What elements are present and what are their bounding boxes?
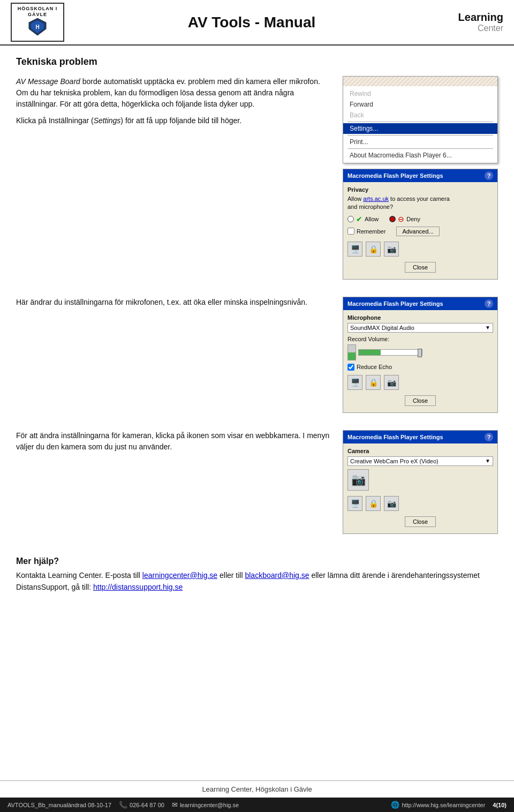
privacy-tab-label: Privacy (347, 186, 493, 193)
flash-privacy-body: Privacy Allow arts.ac.uk to access your … (343, 182, 497, 279)
menu-separator-2 (347, 135, 493, 136)
flash-mic-title: Macromedia Flash Player Settings (347, 300, 443, 307)
context-menu-screenshot: Rewind Forward Back Settings... Print...… (343, 76, 498, 163)
mic-help-icon[interactable]: ? (485, 299, 493, 308)
footer-email-item: ✉ learningcenter@hig.se (172, 801, 239, 809)
help-text-1: Kontakta Learning Center. E-posta till (16, 571, 142, 580)
flash-camera-box: Macromedia Flash Player Settings ? Camer… (343, 430, 498, 534)
context-menu-decor (343, 77, 497, 86)
mic-dropdown-value: SoundMAX Digital Audio (350, 325, 414, 331)
cam-icon-2[interactable]: 🔒 (366, 496, 381, 511)
deny-label: Deny (406, 216, 420, 222)
phone-icon: 📞 (119, 801, 127, 809)
footer-phone-item: 📞 026-64 87 00 (119, 801, 164, 809)
privacy-icon-2[interactable]: 🔒 (366, 242, 381, 257)
privacy-close-button[interactable]: Close (405, 262, 436, 273)
help-link-3[interactable]: http://distanssupport.hig.se (93, 583, 183, 591)
context-menu-items: Rewind Forward Back Settings... Print...… (343, 86, 497, 163)
screenshot-col-3: Macromedia Flash Player Settings ? Camer… (343, 430, 498, 540)
third-block: För att ändra inställningarna för kamera… (16, 430, 498, 540)
help-link-2[interactable]: blackboard@hig.se (245, 571, 309, 580)
first-block: AV Message Board borde automatiskt upptä… (16, 76, 498, 286)
menu-item-settings[interactable]: Settings... (343, 123, 497, 134)
volume-bar-track[interactable] (358, 349, 422, 356)
flash-cam-body: Camera Creative WebCam Pro eX (Video) ▼ … (343, 443, 497, 533)
footer-phone: 026-64 87 00 (130, 802, 164, 808)
cam-dropdown-arrow-icon: ▼ (485, 458, 490, 464)
cam-section-label: Camera (347, 448, 493, 454)
flash-privacy-header: Macromedia Flash Player Settings ? (343, 169, 497, 182)
email-icon: ✉ (172, 801, 178, 809)
privacy-icon-3[interactable]: 📷 (384, 242, 399, 257)
mic-icon-3[interactable]: 📷 (384, 375, 399, 390)
deny-option[interactable]: ⊖ Deny (389, 215, 420, 223)
help-section: Mer hjälp? Kontakta Learning Center. E-p… (16, 551, 498, 593)
menu-item-forward: Forward (343, 99, 497, 110)
help-link-1[interactable]: learningcenter@hig.se (142, 571, 217, 580)
flash-microphone-box: Macromedia Flash Player Settings ? Micro… (343, 297, 498, 413)
record-volume-label: Record Volume: (347, 336, 493, 342)
logo-area: HÖGSKOLAN I GÄVLE H (11, 3, 64, 42)
page-title: AV Tools - Manual (64, 14, 439, 31)
page-header: HÖGSKOLAN I GÄVLE H AV Tools - Manual Le… (0, 0, 514, 46)
page-number: 4(10) (493, 802, 507, 808)
flash-cam-header: Macromedia Flash Player Settings ? (343, 431, 497, 443)
footer-website: http://www.hig.se/learningcenter (402, 802, 485, 808)
mic-dropdown-arrow-icon: ▼ (485, 325, 490, 330)
section-heading: Tekniska problem (16, 56, 498, 67)
mic-icon-1[interactable]: 🖥️ (347, 375, 362, 390)
volume-bar-container (347, 344, 493, 360)
help-title: Mer hjälp? (16, 557, 498, 566)
allow-deny-row: ✔ Allow ⊖ Deny (347, 215, 493, 223)
mic-dropdown-row: SoundMAX Digital Audio ▼ (347, 323, 493, 333)
allow-radio[interactable] (347, 216, 354, 222)
globe-icon: 🌐 (391, 801, 399, 809)
cam-icon-3[interactable]: 📷 (384, 496, 399, 511)
remember-checkbox-row: Remember (347, 228, 386, 235)
remember-checkbox[interactable] (347, 228, 354, 235)
para-4: För att ändra inställningarna för kamera… (16, 430, 332, 453)
volume-bar-fill (359, 350, 381, 355)
volume-slider-thumb[interactable] (418, 349, 422, 357)
privacy-icons-row: 🖥️ 🔒 📷 (347, 239, 493, 259)
menu-item-rewind: Rewind (343, 88, 497, 99)
para-2: Klicka på Inställningar (Settings) för a… (16, 115, 332, 126)
cam-dropdown-value: Creative WebCam Pro eX (Video) (350, 458, 439, 464)
flash-mic-header: Macromedia Flash Player Settings ? (343, 297, 497, 310)
flash-privacy-box: Macromedia Flash Player Settings ? Priva… (343, 169, 498, 280)
reduce-echo-label: Reduce Echo (357, 364, 392, 370)
second-block: Här ändrar du inställningarna för mikrof… (16, 297, 498, 419)
cam-help-icon[interactable]: ? (485, 433, 493, 441)
cam-dropdown[interactable]: Creative WebCam Pro eX (Video) ▼ (347, 456, 493, 466)
mic-dropdown[interactable]: SoundMAX Digital Audio ▼ (347, 323, 493, 333)
mic-icons-row: 🖥️ 🔒 📷 (347, 373, 493, 392)
privacy-icon-1[interactable]: 🖥️ (347, 242, 362, 257)
svg-text:H: H (35, 24, 39, 30)
deny-radio[interactable] (389, 216, 396, 222)
cam-icon-1[interactable]: 🖥️ (347, 496, 362, 511)
footer-email: learningcenter@hig.se (180, 802, 239, 808)
cam-dropdown-row: Creative WebCam Pro eX (Video) ▼ (347, 456, 493, 466)
learning-label: Learning (439, 11, 503, 24)
volume-indicator (347, 344, 356, 360)
flash-privacy-title: Macromedia Flash Player Settings (347, 172, 443, 179)
remember-label: Remember (357, 228, 386, 235)
school-name-top: HÖGSKOLAN I GÄVLE (15, 6, 60, 18)
school-logo: HÖGSKOLAN I GÄVLE H (11, 3, 64, 42)
allow-label: Allow (365, 216, 379, 222)
reduce-echo-checkbox[interactable] (347, 364, 354, 371)
screenshot-col-2: Macromedia Flash Player Settings ? Micro… (343, 297, 498, 419)
allow-option[interactable]: ✔ Allow (347, 215, 379, 223)
mic-close-button[interactable]: Close (405, 395, 436, 406)
menu-separator-1 (347, 122, 493, 122)
menu-item-print: Print... (343, 137, 497, 147)
flash-cam-title: Macromedia Flash Player Settings (347, 434, 443, 440)
webcam-icon: 📷 (347, 469, 369, 491)
deny-icon: ⊖ (398, 215, 404, 223)
help-text-2: eller till (217, 571, 245, 580)
cam-close-button[interactable]: Close (405, 516, 436, 527)
help-icon[interactable]: ? (485, 171, 493, 180)
mic-icon-2[interactable]: 🔒 (366, 375, 381, 390)
advanced-button[interactable]: Advanced... (396, 227, 439, 236)
reduce-echo-row: Reduce Echo (347, 364, 493, 371)
